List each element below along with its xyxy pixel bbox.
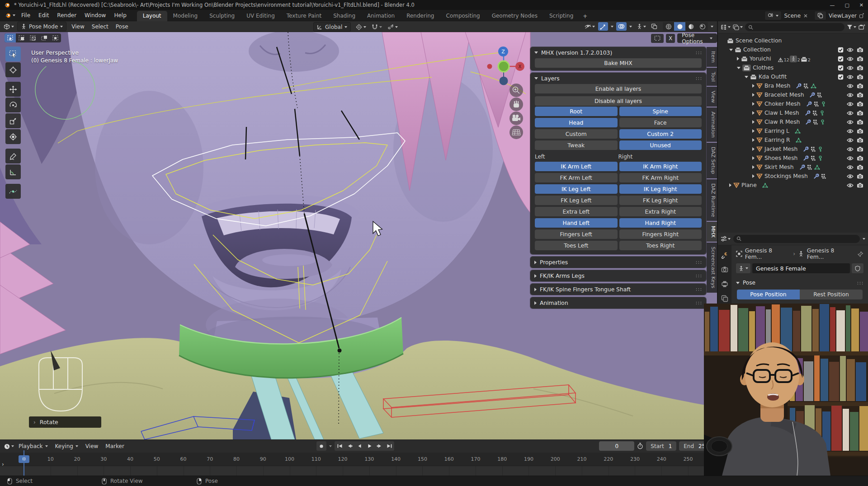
pivot-point-dropdown[interactable] (354, 24, 368, 30)
breadcrumb-data[interactable]: Genesis 8 Fem... (807, 248, 852, 260)
xray-pose-dropdown[interactable] (635, 22, 648, 31)
outliner-row-kda-outfit[interactable]: Kda Outfit (718, 72, 868, 81)
outliner-item-label[interactable]: Claw R Mesh (764, 119, 800, 125)
layer-button-custom-2[interactable]: Custom 2 (619, 129, 702, 139)
camera-toggle[interactable] (857, 83, 863, 89)
layer-button-toes-left[interactable]: Toes Left (535, 241, 618, 250)
layer-button-ik-leg-right[interactable]: IK Leg Right (619, 184, 702, 194)
outliner-search-input[interactable] (745, 23, 844, 31)
sidebar-tab-tool[interactable]: Tool (707, 68, 717, 86)
drag-handle-icon[interactable] (695, 274, 702, 277)
app-menu-edit[interactable]: Edit (34, 11, 53, 20)
layer-button-custom[interactable]: Custom (535, 129, 618, 139)
layer-button-toes-right[interactable]: Toes Right (619, 241, 702, 250)
outliner-item-label[interactable]: Bra Mesh (764, 83, 790, 89)
layer-button-head[interactable]: Head (535, 118, 618, 127)
workspace-tab-compositing[interactable]: Compositing (440, 11, 486, 21)
outliner-row-skirt-mesh[interactable]: Skirt Mesh (718, 163, 868, 172)
snap-toggle[interactable] (370, 24, 384, 30)
mirror-x-toggle[interactable]: X (666, 34, 675, 43)
layer-button-fk-arm-left[interactable]: FK Arm Left (535, 173, 618, 182)
layer-button-root[interactable]: Root (535, 107, 618, 116)
outliner-row-jacket-mesh[interactable]: Jacket Mesh (718, 145, 868, 154)
current-frame-field[interactable]: 0 (599, 441, 634, 451)
data-block-name-field[interactable]: Genesis 8 Female (752, 263, 850, 273)
mode-dropdown[interactable]: Pose Mode (17, 22, 66, 31)
shading-material-button[interactable] (685, 22, 697, 31)
disclosure-closed-icon[interactable] (737, 57, 739, 61)
layer-button-face[interactable]: Face (619, 118, 702, 127)
camera-toggle[interactable] (857, 119, 863, 125)
panel-header-animation[interactable]: Animation (530, 297, 706, 308)
disable-all-layers-button[interactable]: Disable all layers (535, 96, 702, 106)
disclosure-closed-icon[interactable] (729, 183, 731, 187)
enable-all-layers-button[interactable]: Enable all layers (535, 84, 702, 93)
drag-handle-icon[interactable] (695, 261, 702, 264)
auto-keying-button[interactable] (316, 441, 326, 451)
workspace-tab-uv-editing[interactable]: UV Editing (241, 11, 281, 21)
panel-header-fk-ik-spine-fingers-tongue-shaft[interactable]: FK/IK Spine Fingers Tongue Shaft (530, 284, 706, 295)
workspace-tab-texture-paint[interactable]: Texture Paint (281, 11, 327, 21)
disclosure-closed-icon[interactable] (752, 102, 755, 106)
layer-button-hand-left[interactable]: Hand Left (535, 218, 618, 228)
pose-panel-header[interactable]: Pose (731, 273, 868, 290)
sidebar-tab-daz-runtime[interactable]: DAZ Runtime (707, 179, 717, 221)
app-menu-window[interactable]: Window (80, 11, 110, 20)
timeline-strip[interactable] (0, 466, 717, 476)
tool-rotate-button[interactable] (5, 98, 21, 112)
tab-view-layer-icon[interactable] (721, 295, 728, 302)
overlays-toggle[interactable] (616, 22, 627, 31)
outliner-row-bracelet-mesh[interactable]: Bracelet Mesh (718, 90, 868, 99)
check-toggle[interactable] (838, 47, 844, 53)
layer-button-unused[interactable]: Unused (619, 140, 702, 150)
gizmos-toggle[interactable] (598, 22, 608, 31)
drag-handle-icon[interactable] (695, 301, 702, 304)
gizmo-negative-z-axis[interactable] (500, 77, 508, 85)
camera-toggle[interactable] (857, 137, 863, 143)
sidebar-tab-animation[interactable]: Animation (707, 107, 717, 142)
eye-toggle[interactable] (847, 65, 854, 70)
outliner-item-label[interactable]: Bracelet Mesh (764, 92, 804, 98)
data-block-type-button[interactable] (736, 263, 750, 273)
layer-button-fk-leg-right[interactable]: FK Leg Right (619, 196, 702, 205)
outliner-item-label[interactable]: Jacket Mesh (764, 146, 797, 152)
timeline-menu-view[interactable]: View (82, 442, 102, 451)
eye-toggle[interactable] (847, 75, 854, 79)
layer-button-tweak[interactable]: Tweak (535, 140, 618, 150)
shading-wireframe-button[interactable] (663, 22, 674, 31)
outliner-item-label[interactable]: Yoruichi (750, 56, 771, 62)
properties-search-input[interactable] (733, 235, 860, 243)
drag-handle-icon[interactable] (695, 288, 702, 291)
layer-button-ik-arm-right[interactable]: IK Arm Right (619, 162, 702, 171)
eye-toggle[interactable] (847, 56, 854, 61)
disclosure-closed-icon[interactable] (752, 174, 755, 178)
layer-button-fingers-left[interactable]: Fingers Left (535, 229, 618, 239)
unlink-icon[interactable] (803, 13, 808, 19)
sidebar-tab-view[interactable]: View (707, 87, 717, 107)
editor-type-button[interactable] (2, 23, 16, 30)
tool-move-button[interactable] (5, 82, 21, 97)
select-mode-set[interactable] (5, 33, 16, 42)
disclosure-closed-icon[interactable] (752, 156, 755, 160)
eye-toggle[interactable] (847, 120, 854, 125)
panel-header-fk-ik-arms-legs[interactable]: FK/IK Arms Legs (530, 270, 706, 281)
workspace-tab-modeling[interactable]: Modeling (167, 11, 204, 21)
outliner-item-label[interactable]: Scene Collection (736, 37, 782, 44)
bake-mhx-button[interactable]: Bake MHX (535, 58, 702, 68)
orientation-dropdown[interactable]: Global (313, 22, 351, 32)
outliner-item-label[interactable]: Plane (741, 182, 757, 188)
maximize-button[interactable]: ▢ (844, 2, 849, 8)
workspace-tab-layout[interactable]: Layout (137, 11, 167, 21)
jump-to-end-button[interactable] (384, 441, 394, 451)
timeline-expand-arrow[interactable]: › (2, 461, 4, 467)
blender-menu-icon[interactable] (3, 12, 17, 19)
outliner-filter-button[interactable] (847, 24, 856, 30)
workspace-tab-shading[interactable]: Shading (327, 11, 361, 21)
drag-handle-icon[interactable] (695, 77, 702, 80)
layer-button-fk-arm-right[interactable]: FK Arm Right (619, 173, 702, 182)
layer-button-ik-arm-left[interactable]: IK Arm Left (535, 162, 618, 171)
viewport-menu-select[interactable]: Select (88, 22, 112, 31)
zoom-button[interactable] (509, 84, 523, 97)
app-menu-file[interactable]: File (17, 11, 34, 20)
camera-toggle[interactable] (857, 173, 863, 179)
